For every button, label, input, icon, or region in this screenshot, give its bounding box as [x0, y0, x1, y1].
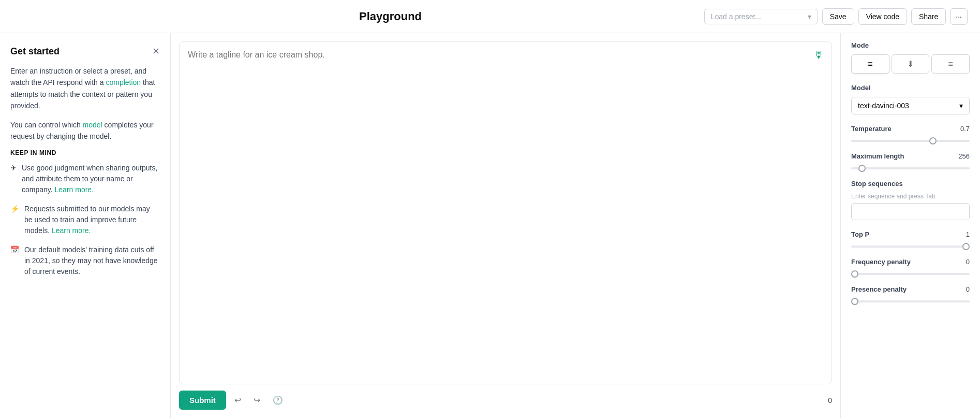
header: Playground Load a preset... ▾ Save View … — [0, 0, 980, 33]
history-button[interactable]: 🕐 — [269, 392, 287, 408]
learn-more-link-2[interactable]: Learn more. — [52, 226, 91, 235]
presence-penalty-value: 0 — [966, 285, 970, 293]
mode-buttons: ≡ ⬇ ≡ — [851, 54, 970, 74]
prompt-input[interactable] — [188, 50, 823, 376]
frequency-penalty-value: 0 — [966, 258, 970, 266]
sidebar-item-training: ⚡ Requests submitted to our models may b… — [10, 204, 160, 236]
page-title: Playground — [183, 10, 704, 23]
sidebar-item-judgment-text: Use good judgment when sharing outputs, … — [22, 163, 160, 195]
redo-button[interactable]: ↪ — [249, 392, 264, 408]
frequency-penalty-section: Frequency penalty 0 — [851, 258, 970, 277]
bottom-bar: Submit ↩ ↪ 🕐 0 — [179, 384, 832, 410]
complete-icon: ≡ — [868, 60, 872, 69]
max-length-label: Maximum length — [851, 152, 904, 160]
model-dropdown[interactable]: text-davinci-003 ▾ — [851, 97, 970, 114]
stop-sequences-input[interactable] — [851, 203, 970, 220]
prompt-area: 🎙 — [179, 41, 832, 384]
learn-more-link-1[interactable]: Learn more. — [55, 185, 94, 194]
keep-in-mind-label: KEEP IN MIND — [10, 149, 160, 156]
microphone-icon[interactable]: 🎙 — [814, 49, 824, 61]
temperature-row: Temperature 0.7 — [851, 125, 970, 133]
sidebar-model-text1: You can control which — [10, 121, 83, 129]
stop-sequences-hint: Enter sequence and press Tab — [851, 193, 970, 200]
model-value: text-davinci-003 — [858, 102, 909, 110]
presence-penalty-label: Presence penalty — [851, 285, 907, 293]
edit-icon: ≡ — [948, 60, 953, 69]
completion-link[interactable]: completion — [106, 78, 141, 87]
preset-dropdown[interactable]: Load a preset... ▾ — [704, 9, 818, 24]
model-link[interactable]: model — [83, 121, 102, 129]
stop-sequences-section: Stop sequences Enter sequence and press … — [851, 180, 970, 220]
top-p-label: Top P — [851, 230, 869, 238]
mode-insert-button[interactable]: ⬇ — [892, 54, 930, 74]
mode-complete-button[interactable]: ≡ — [851, 54, 889, 74]
frequency-penalty-label: Frequency penalty — [851, 258, 911, 266]
center-panel: 🎙 Submit ↩ ↪ 🕐 0 — [171, 33, 840, 418]
max-length-section: Maximum length 256 — [851, 152, 970, 171]
insert-icon: ⬇ — [907, 59, 914, 69]
presence-penalty-row: Presence penalty 0 — [851, 285, 970, 293]
activity-icon: ⚡ — [10, 205, 19, 213]
top-p-value: 1 — [966, 230, 970, 238]
model-section: Model text-davinci-003 ▾ — [851, 84, 970, 114]
header-controls: Load a preset... ▾ Save View code Share … — [704, 8, 968, 25]
sidebar-header: Get started ✕ — [10, 46, 160, 57]
max-length-value: 256 — [958, 152, 970, 160]
frequency-penalty-row: Frequency penalty 0 — [851, 258, 970, 266]
stop-sequences-label: Stop sequences — [851, 180, 970, 188]
mode-section: Mode ≡ ⬇ ≡ — [851, 41, 970, 74]
submit-button[interactable]: Submit — [179, 391, 226, 410]
right-panel: Mode ≡ ⬇ ≡ Model text-davinci-003 ▾ — [840, 33, 980, 418]
max-length-row: Maximum length 256 — [851, 152, 970, 160]
top-p-section: Top P 1 — [851, 230, 970, 250]
calendar-icon: 📅 — [10, 246, 19, 254]
close-button[interactable]: ✕ — [152, 46, 160, 57]
top-p-row: Top P 1 — [851, 230, 970, 238]
more-button[interactable]: ··· — [950, 8, 968, 25]
model-chevron-icon: ▾ — [959, 102, 963, 110]
max-length-slider[interactable] — [851, 167, 970, 169]
sidebar-item-judgment: ✈ Use good judgment when sharing outputs… — [10, 163, 160, 195]
presence-penalty-slider[interactable] — [851, 300, 970, 302]
sidebar: Get started ✕ Enter an instruction or se… — [0, 33, 171, 418]
temperature-slider[interactable] — [851, 140, 970, 142]
temperature-value: 0.7 — [960, 125, 970, 133]
sidebar-title: Get started — [10, 46, 60, 57]
main-layout: Get started ✕ Enter an instruction or se… — [0, 33, 980, 418]
frequency-penalty-slider[interactable] — [851, 273, 970, 275]
temperature-section: Temperature 0.7 — [851, 125, 970, 144]
token-count: 0 — [828, 396, 832, 405]
send-icon: ✈ — [10, 164, 17, 172]
mode-label: Mode — [851, 41, 970, 49]
sidebar-item-training-text: Requests submitted to our models may be … — [24, 204, 160, 236]
sidebar-item-cutoff-text: Our default models' training data cuts o… — [24, 244, 160, 277]
view-code-button[interactable]: View code — [858, 8, 907, 25]
sidebar-item-cutoff: 📅 Our default models' training data cuts… — [10, 244, 160, 277]
model-label: Model — [851, 84, 970, 92]
save-button[interactable]: Save — [822, 8, 854, 25]
preset-placeholder: Load a preset... — [711, 12, 761, 21]
top-p-slider[interactable] — [851, 246, 970, 248]
temperature-label: Temperature — [851, 125, 892, 133]
sidebar-intro: Enter an instruction or select a preset,… — [10, 65, 160, 112]
chevron-down-icon: ▾ — [808, 12, 811, 21]
mode-edit-button[interactable]: ≡ — [931, 54, 970, 74]
undo-button[interactable]: ↩ — [230, 392, 245, 408]
presence-penalty-section: Presence penalty 0 — [851, 285, 970, 305]
share-button[interactable]: Share — [911, 8, 946, 25]
sidebar-model-text: You can control which model completes yo… — [10, 119, 160, 142]
